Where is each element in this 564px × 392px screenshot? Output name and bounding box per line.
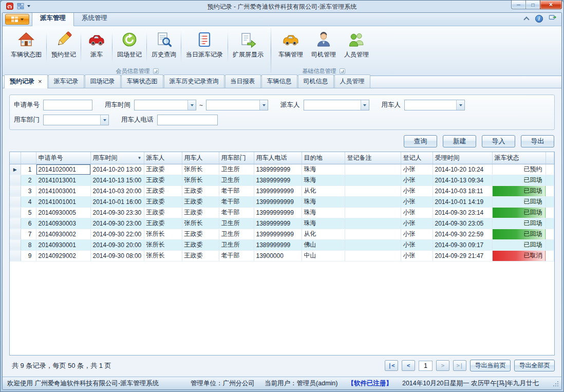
dispatch-status-cell[interactable]: 已回场 [492,207,546,218]
tab-close-icon[interactable]: × [38,78,42,85]
cell[interactable]: 王政委 [182,250,219,261]
close-button[interactable]: × [540,1,562,9]
cell[interactable]: 珠海 [302,164,345,175]
dispatch-status-cell[interactable]: 已回场 [492,196,546,207]
create-button[interactable]: 新建 [443,135,476,147]
cell[interactable]: 2014-10-01 14:19 [433,196,492,207]
table-row[interactable]: 8201409300012014-09-30 20:00张所长王政委卫生所138… [10,239,554,250]
query-button[interactable]: 查询 [404,135,437,147]
ribbon-button-pencil[interactable]: 预约登记 [47,28,80,66]
table-row[interactable]: 5201409300052014-09-30 23:30王政委王政委老干部139… [10,207,554,218]
cell[interactable]: 张所长 [182,175,219,185]
cell[interactable]: 小张 [401,164,433,175]
cell[interactable]: 2014-10-03 20:00 [90,185,144,196]
cell[interactable]: 2014-09-30 09:17 [433,239,492,250]
column-header[interactable]: 登记人 [401,152,433,164]
column-header[interactable]: 用车部门 [219,152,254,164]
cell[interactable]: 1389999999 [254,164,302,175]
cell[interactable]: 卫生所 [219,218,254,229]
cell[interactable]: 2014-09-30 23:00 [90,218,144,229]
file-menu-button[interactable] [5,14,29,25]
column-header[interactable]: 登记备注 [345,152,401,164]
table-row[interactable]: ▶1201410200012014-10-20 13:00王政委张所长卫生所13… [10,164,554,175]
cell[interactable] [345,250,401,261]
cell[interactable] [345,207,401,218]
cell[interactable]: 珠海 [302,196,345,207]
ribbon-button-yellow-car[interactable]: 车辆管理 [274,28,307,66]
table-row[interactable]: 4201410010012014-10-01 16:00王政委王政委老干部139… [10,196,554,207]
minimize-button[interactable]: ─ [511,1,526,9]
doc-tab[interactable]: 派车历史记录查询 [164,74,224,88]
dispatch-status-cell[interactable]: 已回场 [492,175,546,185]
dispatcher-combo[interactable] [304,100,369,110]
table-row[interactable]: 7201409300022014-09-30 22:00张所长王政委卫生所139… [10,229,554,239]
dispatch-status-cell[interactable]: 已回场 [492,239,546,250]
cell[interactable]: 13900000 [254,250,302,261]
export-all-pages-button[interactable]: 导出全部页 [514,360,555,371]
external-window-icon[interactable] [549,14,556,23]
license-link[interactable]: 【软件已注册】 [347,379,392,388]
cell[interactable]: 王政委 [182,239,219,250]
app-icon[interactable] [6,2,14,10]
cell[interactable]: 王政委 [182,185,219,196]
ribbon-button-house[interactable]: 车辆状态图 [7,28,46,66]
user-combo[interactable] [404,100,465,110]
doc-tab[interactable]: 预约记录× [4,74,48,88]
cell[interactable] [345,164,401,175]
cell[interactable]: 王政委 [144,164,182,175]
export-button[interactable]: 导出 [521,135,554,147]
cell[interactable]: 1389999999 [254,175,302,185]
cell[interactable]: 从化 [302,229,345,239]
ribbon-button-list-doc[interactable]: 当日派车记录 [182,28,227,66]
doc-tab[interactable]: 车辆信息 [261,74,297,88]
ribbon-button-red-car[interactable]: 派车 [82,28,111,66]
maximize-button[interactable]: □ [526,1,540,9]
column-header[interactable]: 受理时间 [433,152,492,164]
cell[interactable]: 老干部 [219,185,254,196]
cell[interactable]: 张所长 [182,218,219,229]
cell[interactable]: 1389999999 [254,239,302,250]
cell[interactable]: 小张 [401,218,433,229]
cell[interactable]: 张所长 [182,164,219,175]
cell[interactable]: 王政委 [182,229,219,239]
cell[interactable]: 王政委 [182,196,219,207]
cell[interactable]: 2014-10-13 15:00 [90,175,144,185]
doc-tab[interactable]: 当日报表 [225,74,261,88]
cell[interactable]: 小张 [401,239,433,250]
cell[interactable]: 2014-09-30 20:00 [90,239,144,250]
cell[interactable]: 张所长 [144,229,182,239]
ribbon-tab-system-management[interactable]: 系统管理 [74,12,115,26]
cell[interactable]: 2014-10-20 13:00 [90,164,144,175]
cell[interactable] [345,229,401,239]
column-header[interactable]: 派车人 [144,152,182,164]
cell[interactable]: 小张 [401,207,433,218]
cell[interactable]: 20141013001 [36,175,90,185]
cell[interactable]: 2014-10-03 18:11 [433,185,492,196]
cell[interactable]: 王政委 [144,185,182,196]
column-header[interactable]: 派车状态 [492,152,546,164]
cell[interactable]: 王政委 [144,218,182,229]
cell[interactable]: 张所长 [144,239,182,250]
cell[interactable]: 王政委 [144,196,182,207]
export-current-page-button[interactable]: 导出当前页 [470,360,511,371]
dispatch-status-cell[interactable]: 已回场 [492,229,546,239]
dialog-launcher-icon[interactable] [340,68,345,74]
phone-input[interactable] [157,115,218,125]
collapse-ribbon-icon[interactable] [523,16,530,21]
column-header[interactable]: 申请单号 [36,152,90,164]
cell[interactable]: 珠海 [302,175,345,185]
table-row[interactable]: 3201410030012014-10-03 20:00王政委王政委老干部139… [10,185,554,196]
cell[interactable]: 20140930002 [36,229,90,239]
cell[interactable]: 20141001001 [36,196,90,207]
last-page-button[interactable]: >| [453,360,466,371]
page-input[interactable] [419,361,433,371]
cell[interactable] [345,196,401,207]
cell[interactable]: 20140930003 [36,218,90,229]
dispatch-status-cell[interactable]: 已回场 [492,218,546,229]
doc-tab[interactable]: 司机信息 [298,74,334,88]
dispatch-status-cell[interactable]: 已预约 [492,164,546,175]
import-button[interactable]: 导入 [482,135,515,147]
use-time-to-combo[interactable] [206,100,268,110]
cell[interactable]: 王政委 [144,175,182,185]
cell[interactable]: 小张 [401,250,433,261]
